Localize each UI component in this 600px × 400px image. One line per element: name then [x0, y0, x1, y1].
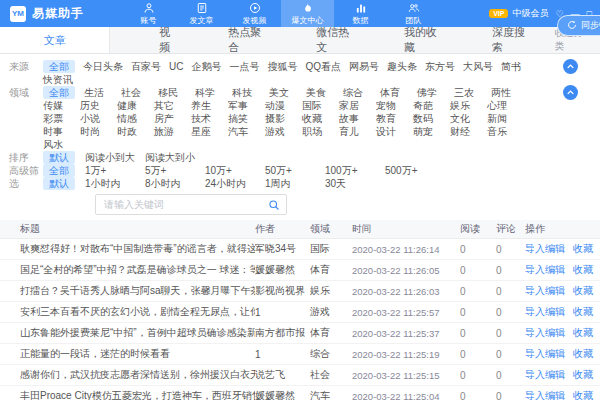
filter-option[interactable]: 音乐 [487, 125, 524, 138]
filter-option[interactable]: 传媒 [43, 99, 80, 112]
favorite-link[interactable]: 收藏 [573, 347, 593, 361]
filter-option[interactable]: 文化 [450, 112, 487, 125]
filter-option[interactable]: 情感 [117, 112, 154, 125]
filter-option[interactable]: 搞笑 [228, 112, 265, 125]
filter-option[interactable]: 一点号 [229, 60, 259, 73]
favorite-link[interactable]: 收藏 [573, 326, 593, 340]
tab-4[interactable]: 微信热文 [291, 27, 379, 53]
filter-option[interactable]: 默认 [43, 177, 75, 190]
article-title[interactable]: 安利三本百看不厌的玄幻小说，剧情全程无尿点，让你越看越上瘾 [0, 305, 255, 319]
filter-option[interactable]: 旅游 [154, 125, 191, 138]
filter-option[interactable]: 全部 [43, 60, 75, 73]
nav-item-1[interactable]: 账号 [122, 0, 175, 27]
filter-option[interactable]: QQ看点 [305, 60, 341, 73]
filter-option[interactable]: 时事 [43, 125, 80, 138]
filter-option[interactable]: 风水 [43, 138, 80, 151]
nav-item-3[interactable]: 发视频 [228, 0, 281, 27]
search-icon[interactable] [262, 199, 286, 211]
article-title[interactable]: 丰田Proace City模仿五菱宏光，打造神车，西班牙销售 [0, 389, 255, 400]
import-edit-link[interactable]: 导入编辑 [525, 368, 565, 382]
filter-option[interactable]: 1万+ [85, 164, 137, 177]
tab-2[interactable]: 视频 [134, 27, 203, 53]
nav-item-5[interactable]: 数据 [334, 0, 387, 27]
filter-option[interactable]: 阅读小到大 [85, 151, 137, 164]
filter-option[interactable]: 财经 [450, 125, 487, 138]
filter-option[interactable]: 美文 [269, 86, 306, 99]
filter-option[interactable]: 今日头条 [83, 60, 123, 73]
import-edit-link[interactable]: 导入编辑 [525, 305, 565, 319]
article-title[interactable]: 打擂台？吴千语秀人脉晒与阿sa聊天，张馨月曝下午茶炫富太生活 [0, 284, 255, 298]
filter-option[interactable]: 搜狐号 [267, 60, 297, 73]
filter-option[interactable]: 房产 [154, 112, 191, 125]
favorite-link[interactable]: 收藏 [573, 284, 593, 298]
filter-option[interactable]: 动漫 [265, 99, 302, 112]
collapse-source-button[interactable] [563, 59, 578, 74]
filter-option[interactable]: 综合 [343, 86, 380, 99]
tab-1[interactable]: 文章 [0, 27, 110, 53]
filter-option[interactable]: 佛学 [417, 86, 454, 99]
filter-option[interactable]: 游戏 [265, 125, 302, 138]
filter-option[interactable]: 奇葩 [413, 99, 450, 112]
search-input[interactable] [96, 199, 262, 210]
filter-option[interactable]: 5万+ [145, 164, 197, 177]
filter-option[interactable]: 500万+ [385, 164, 437, 177]
filter-option[interactable]: 军事 [228, 99, 265, 112]
filter-option[interactable]: 彩票 [43, 112, 80, 125]
article-title[interactable]: 山东鲁能外援费莱尼“中招”，首例中超球员确诊感染新冠 [0, 326, 255, 340]
article-title[interactable]: 感谢你们，武汉抗疫志愿者深情送别，徐州援汉白衣天使 [0, 368, 255, 382]
filter-option[interactable]: 科学 [195, 86, 232, 99]
filter-option[interactable]: 新闻 [487, 112, 524, 125]
filter-option[interactable]: 企鹅号 [191, 60, 221, 73]
filter-option[interactable]: 默认 [43, 151, 75, 164]
filter-option[interactable]: 星座 [191, 125, 228, 138]
filter-option[interactable]: 心理 [487, 99, 524, 112]
filter-option[interactable]: 30天 [325, 177, 377, 190]
import-edit-link[interactable]: 导入编辑 [525, 263, 565, 277]
nav-item-6[interactable]: 团队 [387, 0, 440, 27]
favorite-link[interactable]: 收藏 [573, 305, 593, 319]
filter-option[interactable]: 8小时内 [145, 177, 197, 190]
filter-option[interactable]: 网易号 [349, 60, 379, 73]
filter-option[interactable]: UC [169, 60, 183, 73]
filter-option[interactable]: 美食 [306, 86, 343, 99]
filter-option[interactable]: 百家号 [131, 60, 161, 73]
filter-option[interactable]: 故事 [339, 112, 376, 125]
import-edit-link[interactable]: 导入编辑 [525, 242, 565, 256]
filter-option[interactable]: 1周内 [265, 177, 317, 190]
filter-option[interactable]: 养生 [191, 99, 228, 112]
filter-option[interactable]: 收藏 [302, 112, 339, 125]
filter-option[interactable]: 其它 [154, 99, 191, 112]
tab-6[interactable]: 深度搜索 [467, 27, 555, 53]
import-edit-link[interactable]: 导入编辑 [525, 284, 565, 298]
filter-option[interactable]: 社会 [121, 86, 158, 99]
filter-option[interactable]: 大风号 [463, 60, 493, 73]
filter-option[interactable]: 数码 [413, 112, 450, 125]
nav-item-2[interactable]: 发文章 [175, 0, 228, 27]
filter-option[interactable]: 100万+ [325, 164, 377, 177]
filter-option[interactable]: 三农 [454, 86, 491, 99]
import-edit-link[interactable]: 导入编辑 [525, 389, 565, 400]
filter-option[interactable]: 科技 [232, 86, 269, 99]
filter-option[interactable]: 1小时内 [85, 177, 137, 190]
filter-option[interactable]: 教育 [376, 112, 413, 125]
filter-option[interactable]: 家居 [339, 99, 376, 112]
filter-option[interactable]: 阅读大到小 [145, 151, 197, 164]
favorite-link[interactable]: 收藏 [573, 263, 593, 277]
filter-option[interactable]: 时政 [117, 125, 154, 138]
filter-option[interactable]: 国际 [302, 99, 339, 112]
article-title[interactable]: 正能量的一段话，迷茫的时候看看 [0, 347, 255, 361]
filter-option[interactable]: 技术 [191, 112, 228, 125]
filter-option[interactable]: 摄影 [265, 112, 302, 125]
article-title[interactable]: 耿爽怼得好！对散布“中国制造带毒”的谣言者，就得这么干 [0, 242, 255, 256]
filter-option[interactable]: 快资讯 [43, 73, 73, 86]
filter-option[interactable]: 萌宠 [413, 125, 450, 138]
filter-option[interactable]: 小说 [80, 112, 117, 125]
filter-option[interactable]: 东方号 [425, 60, 455, 73]
filter-option[interactable]: 体育 [380, 86, 417, 99]
filter-option[interactable]: 健康 [117, 99, 154, 112]
filter-option[interactable]: 宠物 [376, 99, 413, 112]
filter-option[interactable]: 两性 [491, 86, 528, 99]
nav-item-4[interactable]: 爆文中心 [281, 0, 334, 27]
filter-option[interactable]: 育儿 [339, 125, 376, 138]
collapse-category-button[interactable] [563, 85, 578, 100]
